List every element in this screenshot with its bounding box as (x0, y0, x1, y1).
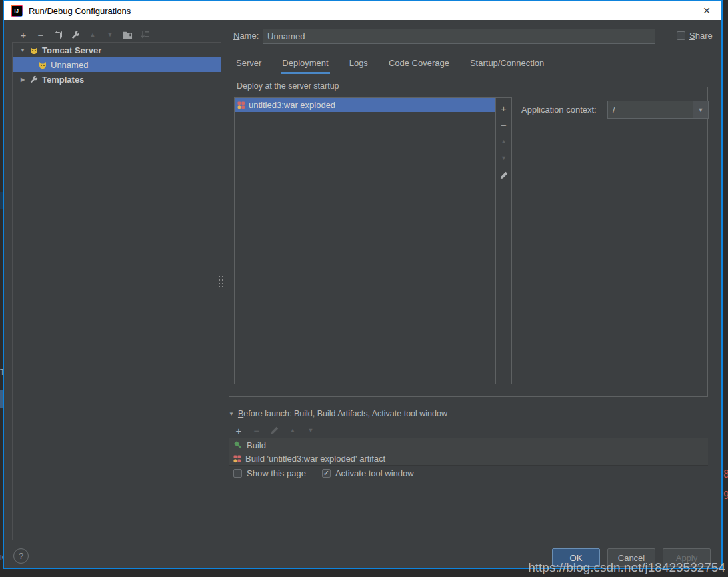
splitter-handle[interactable] (219, 276, 223, 287)
screen: T ic 8 9 IJ Run/Debug Configurations ✕ +… (0, 0, 728, 577)
deploy-group: Deploy at the server startup untitled3:w… (229, 87, 708, 397)
tree-item-label: Unnamed (51, 60, 88, 70)
wrench-icon (71, 30, 81, 40)
remove-configuration-button[interactable]: − (33, 28, 48, 41)
copy-configuration-icon[interactable] (51, 28, 65, 41)
create-folder-icon[interactable] (120, 28, 135, 41)
edit-artifact-button[interactable] (497, 167, 511, 183)
wrench-icon (29, 75, 39, 84)
task-label: Build (247, 440, 266, 450)
tomcat-icon (38, 61, 47, 69)
hammer-icon (233, 440, 243, 450)
task-label: Build 'untitled3:war exploded' artifact (245, 454, 385, 464)
add-configuration-button[interactable]: + (16, 28, 31, 41)
deploy-artifact-label: untitled3:war exploded (249, 100, 335, 110)
application-context-combobox[interactable]: / ▼ (607, 101, 709, 119)
task-row-build-artifact[interactable]: Build 'untitled3:war exploded' artifact (229, 452, 708, 465)
tab-logs[interactable]: Logs (348, 55, 369, 74)
deploy-artifacts-list: untitled3:war exploded + − ▲ ▼ (234, 97, 512, 384)
configurations-tree: ▼ Tomcat Server Unnamed ▶ (12, 42, 221, 540)
folder-add-icon (123, 30, 133, 39)
deploy-artifact-row[interactable]: untitled3:war exploded (235, 98, 495, 112)
before-launch-task-list: Build Build 'untitled3:war exploded' art… (229, 438, 708, 466)
application-context-value[interactable]: / (607, 101, 693, 119)
application-context-label: Application context: (521, 101, 597, 119)
share-checkbox[interactable] (677, 31, 685, 40)
move-down-button[interactable]: ▼ (103, 28, 117, 41)
artifact-icon (233, 455, 241, 463)
activate-tool-window-label: Activate tool window (335, 468, 414, 478)
intellij-logo-icon: IJ (11, 5, 23, 17)
add-task-button[interactable]: + (231, 424, 246, 437)
tree-item-label: Tomcat Server (42, 45, 101, 55)
remove-task-button[interactable]: − (249, 424, 264, 437)
configuration-tabs: Server Deployment Logs Code Coverage Sta… (235, 55, 545, 74)
activate-tool-window-checkbox[interactable]: ✓ (322, 469, 331, 478)
tree-item-label: Templates (42, 75, 84, 85)
deploy-list-area[interactable]: untitled3:war exploded (235, 98, 495, 384)
move-up-button[interactable]: ▲ (85, 28, 100, 41)
deploy-group-title: Deploy at the server startup (233, 81, 343, 91)
tab-startup-connection[interactable]: Startup/Connection (469, 55, 545, 74)
window-title: Run/Debug Configurations (29, 6, 131, 16)
tree-collapsed-icon[interactable]: ▶ (19, 77, 26, 83)
combobox-dropdown-icon[interactable]: ▼ (693, 101, 709, 119)
share-option: Share (677, 31, 713, 41)
before-launch-title: Before launch: Build, Build Artifacts, A… (238, 409, 447, 418)
before-launch-options: Show this page ✓ Activate tool window (233, 468, 414, 478)
tree-item-tomcat-server[interactable]: ▼ Tomcat Server (13, 43, 221, 57)
remove-artifact-button[interactable]: − (497, 117, 511, 133)
task-row-build[interactable]: Build (229, 438, 708, 452)
section-rule (453, 414, 708, 414)
tree-item-unnamed[interactable]: Unnamed (13, 57, 221, 72)
help-button[interactable]: ? (13, 548, 29, 564)
edit-defaults-wrench-icon[interactable] (68, 28, 83, 41)
check-icon: ✓ (323, 470, 329, 477)
run-debug-configurations-dialog: IJ Run/Debug Configurations ✕ + − (3, 0, 723, 569)
deploy-list-toolbar: + − ▲ ▼ (495, 98, 511, 384)
sort-az-icon (140, 30, 149, 39)
add-artifact-button[interactable]: + (497, 100, 511, 117)
tab-deployment[interactable]: Deployment (281, 55, 329, 74)
dialog-body: + − ▲ ▼ (4, 20, 721, 568)
title-bar: IJ Run/Debug Configurations ✕ (4, 1, 721, 20)
move-artifact-up-button[interactable]: ▲ (497, 133, 511, 150)
tree-expanded-icon[interactable]: ▼ (19, 47, 26, 53)
sort-configurations-icon[interactable] (137, 28, 152, 41)
background-line-number-8: 8 (723, 468, 728, 480)
configurations-toolbar: + − ▲ ▼ (16, 28, 152, 41)
tab-code-coverage[interactable]: Code Coverage (387, 55, 451, 74)
move-task-up-button[interactable]: ▲ (285, 424, 300, 437)
tab-server[interactable]: Server (235, 55, 263, 74)
name-input[interactable] (263, 29, 655, 44)
pencil-icon (270, 426, 279, 435)
before-launch-toolbar: + − ▲ ▼ (231, 424, 318, 437)
move-artifact-down-button[interactable]: ▼ (497, 150, 511, 167)
background-line-number-9: 9 (723, 490, 728, 502)
move-task-down-button[interactable]: ▼ (303, 424, 318, 437)
name-label: Name: (233, 31, 259, 41)
tree-item-templates[interactable]: ▶ Templates (13, 72, 221, 87)
copy-icon (53, 30, 63, 40)
section-expanded-icon[interactable]: ▼ (229, 411, 234, 417)
csdn-watermark: https://blog.csdn.net/j18423532754 (528, 560, 725, 575)
close-icon[interactable]: ✕ (700, 4, 713, 17)
before-launch-header[interactable]: ▼ Before launch: Build, Build Artifacts,… (229, 409, 708, 418)
edit-task-button[interactable] (267, 424, 282, 437)
artifact-icon (237, 101, 245, 109)
show-this-page-checkbox[interactable] (233, 469, 242, 478)
share-label: Share (689, 31, 713, 41)
pencil-icon (499, 171, 509, 180)
show-this-page-label: Show this page (247, 468, 306, 478)
tomcat-icon (29, 46, 39, 55)
